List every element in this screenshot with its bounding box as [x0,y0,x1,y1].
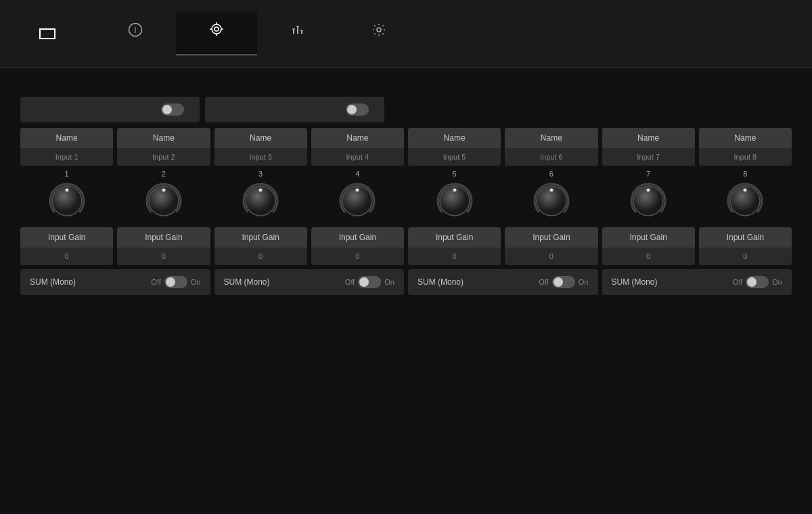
settings-icon [371,22,386,41]
gain-card-4[interactable]: Input Gain 0 [311,227,404,265]
name-top-2: Name [117,128,210,148]
sum-thumb-3 [554,277,563,287]
sum-thumb-1 [166,277,175,287]
global-b-box [205,97,384,122]
gain-card-7[interactable]: Input Gain 0 [602,227,695,265]
svg-point-26 [549,189,553,192]
svg-point-28 [647,189,650,192]
name-card-8[interactable]: Name Input 8 [699,128,792,166]
tab-input-output[interactable] [176,11,257,55]
name-cards-row: Name Input 1 Name Input 2 Name Input 3 N… [20,128,792,166]
knob-5[interactable] [434,181,475,223]
global-b-thumb [347,105,357,114]
knob-3[interactable] [240,181,281,223]
gain-val-5[interactable]: 0 [408,248,501,265]
gain-card-6[interactable]: Input Gain 0 [505,227,597,265]
knob-7[interactable] [628,181,669,223]
gain-card-5[interactable]: Input Gain 0 [408,227,501,265]
sum-thumb-2 [359,277,369,287]
global-b-track[interactable] [346,103,369,116]
sum-toggle-1[interactable]: Off On [151,276,200,288]
knob-number-4: 4 [355,170,359,178]
logo-area [0,15,95,53]
sum-toggle-2[interactable]: Off On [345,276,394,288]
name-top-6: Name [505,128,597,148]
tab-identification[interactable]: i [95,11,176,55]
name-top-8: Name [699,128,792,148]
name-card-6[interactable]: Name Input 6 [505,128,597,166]
name-top-1: Name [20,128,113,148]
gain-val-1[interactable]: 0 [20,248,113,265]
svg-text:i: i [135,25,137,35]
sum-thumb-4 [747,277,757,287]
name-top-7: Name [602,128,695,148]
tab-settings[interactable] [338,11,420,55]
name-card-3[interactable]: Name Input 3 [215,128,307,166]
svg-point-20 [259,189,263,192]
global-a-box [20,97,200,122]
name-top-4: Name [311,128,404,148]
sum-track-4[interactable] [746,276,769,288]
input-label-5: Input 5 [408,148,501,166]
gain-card-8[interactable]: Input Gain 0 [699,227,792,265]
gain-top-3: Input Gain [215,227,307,248]
logo [39,28,55,39]
svg-point-3 [215,27,219,31]
input-label-3: Input 3 [215,148,307,166]
gain-val-4[interactable]: 0 [311,248,404,265]
knob-cell-4: 4 [311,170,404,223]
knob-6[interactable] [531,181,572,223]
global-a-track[interactable] [161,103,184,116]
input-label-4: Input 4 [311,148,404,166]
gain-card-1[interactable]: Input Gain 0 [20,227,113,265]
name-card-1[interactable]: Name Input 1 [20,128,113,166]
gain-val-3[interactable]: 0 [215,248,307,265]
gain-val-6[interactable]: 0 [505,248,597,265]
svg-point-22 [356,189,359,192]
knob-number-5: 5 [453,170,457,178]
input-output-icon [209,22,224,40]
gain-val-2[interactable]: 0 [117,248,210,265]
knob-1[interactable] [47,181,87,223]
sum-off-label-1: Off [151,278,160,286]
gain-val-8[interactable]: 0 [699,248,792,265]
knob-cell-8: 8 [699,170,792,223]
tab-dsp[interactable] [257,11,338,55]
gain-top-4: Input Gain [311,227,404,248]
knob-cell-7: 7 [602,170,695,223]
input-label-6: Input 6 [505,148,597,166]
svg-point-16 [65,189,68,192]
input-label-7: Input 7 [602,148,695,166]
global-toggles-row [20,97,792,122]
global-a-toggle[interactable] [158,103,187,116]
input-label-2: Input 2 [117,148,210,166]
knob-number-3: 3 [258,170,263,178]
sum-toggle-3[interactable]: Off On [539,276,588,288]
svg-point-30 [744,189,747,192]
global-b-toggle[interactable] [342,103,372,116]
name-card-4[interactable]: Name Input 4 [311,128,404,166]
gain-card-3[interactable]: Input Gain 0 [215,227,307,265]
knob-8[interactable] [725,181,765,223]
knob-number-2: 2 [162,170,166,178]
name-card-5[interactable]: Name Input 5 [408,128,501,166]
gain-val-7[interactable]: 0 [602,248,695,265]
gain-card-2[interactable]: Input Gain 0 [117,227,210,265]
sum-track-1[interactable] [164,276,187,288]
sum-track-2[interactable] [358,276,381,288]
knob-4[interactable] [337,181,378,223]
sum-track-3[interactable] [552,276,575,288]
gain-row: Input Gain 0 Input Gain 0 Input Gain 0 I… [20,227,792,265]
knob-cell-2: 2 [117,170,210,223]
sum-label-2: SUM (Mono) [224,277,340,287]
nav-tabs: i [95,11,812,55]
sum-on-label-3: On [579,278,589,286]
sum-toggle-4[interactable]: Off On [733,276,782,288]
knob-cell-6: 6 [505,170,597,223]
name-card-2[interactable]: Name Input 2 [117,128,210,166]
sum-on-label-4: On [772,278,782,286]
name-card-7[interactable]: Name Input 7 [602,128,695,166]
identification-icon: i [128,22,143,41]
knob-2[interactable] [143,181,184,223]
knob-number-6: 6 [549,170,554,178]
